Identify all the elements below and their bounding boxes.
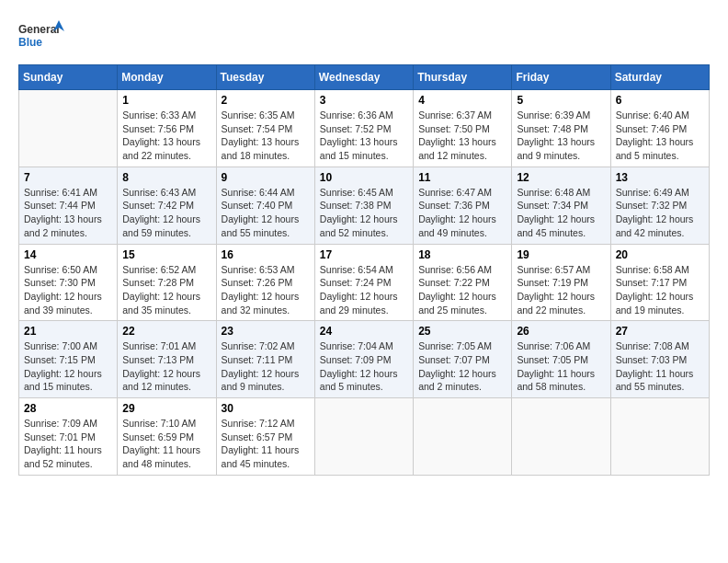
weekday-sunday: Sunday: [19, 65, 118, 90]
day-number: 4: [418, 94, 506, 107]
day-number: 26: [517, 325, 605, 338]
calendar-cell: 22Sunrise: 7:01 AM Sunset: 7:13 PM Dayli…: [118, 321, 216, 398]
day-info: Sunrise: 7:02 AM Sunset: 7:11 PM Dayligh…: [222, 339, 310, 394]
day-info: Sunrise: 7:10 AM Sunset: 6:59 PM Dayligh…: [122, 417, 210, 471]
day-info: Sunrise: 6:54 AM Sunset: 7:24 PM Dayligh…: [320, 263, 408, 317]
calendar-cell: 10Sunrise: 6:45 AM Sunset: 7:38 PM Dayli…: [314, 167, 413, 244]
weekday-wednesday: Wednesday: [314, 65, 413, 90]
calendar-cell: [314, 398, 413, 476]
day-number: 21: [24, 325, 112, 338]
page-header: General Blue: [18, 18, 710, 55]
calendar-cell: 7Sunrise: 6:41 AM Sunset: 7:44 PM Daylig…: [19, 167, 118, 244]
day-info: Sunrise: 7:08 AM Sunset: 7:03 PM Dayligh…: [616, 339, 704, 394]
day-number: 23: [222, 325, 310, 338]
day-number: 27: [616, 325, 704, 338]
calendar-cell: 12Sunrise: 6:48 AM Sunset: 7:34 PM Dayli…: [512, 167, 610, 244]
day-number: 10: [320, 171, 408, 184]
day-number: 24: [320, 325, 408, 338]
calendar-cell: 2Sunrise: 6:35 AM Sunset: 7:54 PM Daylig…: [216, 90, 314, 167]
day-number: 5: [517, 94, 605, 107]
day-info: Sunrise: 6:45 AM Sunset: 7:38 PM Dayligh…: [320, 186, 408, 240]
weekday-tuesday: Tuesday: [216, 65, 314, 90]
day-number: 1: [122, 94, 210, 107]
day-info: Sunrise: 7:09 AM Sunset: 7:01 PM Dayligh…: [24, 417, 112, 471]
calendar-body: 1Sunrise: 6:33 AM Sunset: 7:56 PM Daylig…: [19, 90, 710, 476]
calendar-cell: 15Sunrise: 6:52 AM Sunset: 7:28 PM Dayli…: [118, 244, 216, 321]
calendar-cell: 3Sunrise: 6:36 AM Sunset: 7:52 PM Daylig…: [314, 90, 413, 167]
day-info: Sunrise: 6:52 AM Sunset: 7:28 PM Dayligh…: [122, 263, 210, 317]
day-number: 3: [320, 94, 408, 107]
day-number: 14: [24, 248, 112, 261]
day-number: 11: [418, 171, 506, 184]
logo-svg: General Blue: [18, 18, 64, 55]
day-number: 30: [222, 402, 310, 415]
day-info: Sunrise: 6:48 AM Sunset: 7:34 PM Dayligh…: [517, 186, 605, 240]
day-number: 13: [616, 171, 704, 184]
day-info: Sunrise: 7:06 AM Sunset: 7:05 PM Dayligh…: [517, 339, 605, 394]
day-info: Sunrise: 6:41 AM Sunset: 7:44 PM Dayligh…: [24, 186, 112, 240]
day-number: 9: [222, 171, 310, 184]
day-info: Sunrise: 7:05 AM Sunset: 7:07 PM Dayligh…: [418, 339, 506, 394]
day-number: 18: [418, 248, 506, 261]
day-info: Sunrise: 6:56 AM Sunset: 7:22 PM Dayligh…: [418, 263, 506, 317]
day-number: 7: [24, 171, 112, 184]
calendar-cell: 19Sunrise: 6:57 AM Sunset: 7:19 PM Dayli…: [512, 244, 610, 321]
day-info: Sunrise: 6:58 AM Sunset: 7:17 PM Dayligh…: [616, 263, 704, 317]
day-number: 25: [418, 325, 506, 338]
day-number: 15: [122, 248, 210, 261]
calendar-cell: 8Sunrise: 6:43 AM Sunset: 7:42 PM Daylig…: [118, 167, 216, 244]
calendar-cell: 28Sunrise: 7:09 AM Sunset: 7:01 PM Dayli…: [19, 398, 118, 476]
day-number: 6: [616, 94, 704, 107]
calendar-cell: 21Sunrise: 7:00 AM Sunset: 7:15 PM Dayli…: [19, 321, 118, 398]
calendar-week-3: 14Sunrise: 6:50 AM Sunset: 7:30 PM Dayli…: [19, 244, 710, 321]
calendar-cell: 4Sunrise: 6:37 AM Sunset: 7:50 PM Daylig…: [414, 90, 512, 167]
calendar-week-2: 7Sunrise: 6:41 AM Sunset: 7:44 PM Daylig…: [19, 167, 710, 244]
calendar-cell: [610, 398, 709, 476]
day-number: 16: [222, 248, 310, 261]
calendar-cell: 25Sunrise: 7:05 AM Sunset: 7:07 PM Dayli…: [414, 321, 512, 398]
day-info: Sunrise: 6:36 AM Sunset: 7:52 PM Dayligh…: [320, 109, 408, 163]
day-number: 19: [517, 248, 605, 261]
day-info: Sunrise: 6:44 AM Sunset: 7:40 PM Dayligh…: [222, 186, 310, 240]
calendar-cell: 23Sunrise: 7:02 AM Sunset: 7:11 PM Dayli…: [216, 321, 314, 398]
day-info: Sunrise: 7:04 AM Sunset: 7:09 PM Dayligh…: [320, 339, 408, 394]
calendar-cell: 1Sunrise: 6:33 AM Sunset: 7:56 PM Daylig…: [118, 90, 216, 167]
day-info: Sunrise: 6:35 AM Sunset: 7:54 PM Dayligh…: [222, 109, 310, 163]
calendar-cell: 30Sunrise: 7:12 AM Sunset: 6:57 PM Dayli…: [216, 398, 314, 476]
day-number: 29: [122, 402, 210, 415]
calendar-table: SundayMondayTuesdayWednesdayThursdayFrid…: [18, 64, 710, 476]
svg-text:General: General: [18, 23, 60, 36]
day-info: Sunrise: 6:37 AM Sunset: 7:50 PM Dayligh…: [418, 109, 506, 163]
calendar-cell: [19, 90, 118, 167]
calendar-cell: [414, 398, 512, 476]
day-number: 8: [122, 171, 210, 184]
day-info: Sunrise: 6:47 AM Sunset: 7:36 PM Dayligh…: [418, 186, 506, 240]
day-info: Sunrise: 6:33 AM Sunset: 7:56 PM Dayligh…: [122, 109, 210, 163]
weekday-thursday: Thursday: [414, 65, 512, 90]
calendar-cell: 16Sunrise: 6:53 AM Sunset: 7:26 PM Dayli…: [216, 244, 314, 321]
day-info: Sunrise: 6:39 AM Sunset: 7:48 PM Dayligh…: [517, 109, 605, 163]
day-info: Sunrise: 7:12 AM Sunset: 6:57 PM Dayligh…: [222, 417, 310, 471]
calendar-week-4: 21Sunrise: 7:00 AM Sunset: 7:15 PM Dayli…: [19, 321, 710, 398]
day-info: Sunrise: 6:57 AM Sunset: 7:19 PM Dayligh…: [517, 263, 605, 317]
day-number: 2: [222, 94, 310, 107]
calendar-cell: 14Sunrise: 6:50 AM Sunset: 7:30 PM Dayli…: [19, 244, 118, 321]
day-info: Sunrise: 7:00 AM Sunset: 7:15 PM Dayligh…: [24, 339, 112, 394]
calendar-week-5: 28Sunrise: 7:09 AM Sunset: 7:01 PM Dayli…: [19, 398, 710, 476]
calendar-week-1: 1Sunrise: 6:33 AM Sunset: 7:56 PM Daylig…: [19, 90, 710, 167]
day-info: Sunrise: 7:01 AM Sunset: 7:13 PM Dayligh…: [122, 339, 210, 394]
calendar-cell: 20Sunrise: 6:58 AM Sunset: 7:17 PM Dayli…: [610, 244, 709, 321]
calendar-cell: 29Sunrise: 7:10 AM Sunset: 6:59 PM Dayli…: [118, 398, 216, 476]
day-number: 20: [616, 248, 704, 261]
day-info: Sunrise: 6:53 AM Sunset: 7:26 PM Dayligh…: [222, 263, 310, 317]
svg-text:Blue: Blue: [18, 36, 42, 49]
calendar-cell: 26Sunrise: 7:06 AM Sunset: 7:05 PM Dayli…: [512, 321, 610, 398]
day-number: 28: [24, 402, 112, 415]
calendar-cell: 11Sunrise: 6:47 AM Sunset: 7:36 PM Dayli…: [414, 167, 512, 244]
calendar-cell: 6Sunrise: 6:40 AM Sunset: 7:46 PM Daylig…: [610, 90, 709, 167]
day-number: 12: [517, 171, 605, 184]
weekday-saturday: Saturday: [610, 65, 709, 90]
weekday-friday: Friday: [512, 65, 610, 90]
calendar-cell: 17Sunrise: 6:54 AM Sunset: 7:24 PM Dayli…: [314, 244, 413, 321]
calendar-cell: [512, 398, 610, 476]
